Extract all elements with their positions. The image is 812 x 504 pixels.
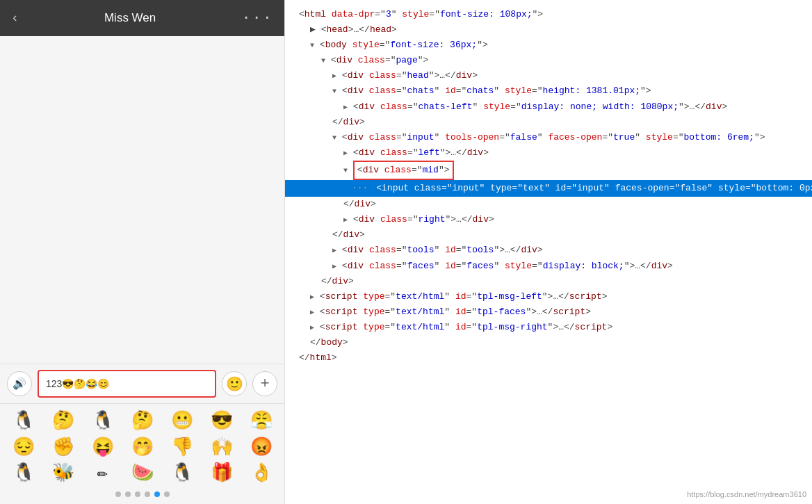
emoji-panel: 🐧 🤔 🐧 🤔 😬 😎 😤 😔 ✊ 😝 🤭 👎 🙌 😡 🐧 🐝 ✏️ 🍉 🐧 🎁… <box>0 403 284 504</box>
code-line: </html> <box>299 350 798 366</box>
list-item[interactable]: 🙌 <box>204 437 239 459</box>
code-line: </body> <box>299 335 798 350</box>
code-line: ▼ <div class="input" tools-open="false" … <box>299 130 798 145</box>
list-item[interactable]: 👎 <box>164 437 200 459</box>
code-line: </div> <box>299 115 798 130</box>
list-item[interactable]: 🍉 <box>124 463 160 485</box>
list-item[interactable]: 🎁 <box>204 463 239 485</box>
input-value: 123😎🤔😂😊 <box>46 378 109 389</box>
list-item[interactable]: 🤔 <box>45 411 81 432</box>
list-item[interactable]: 🐧 <box>6 463 41 485</box>
list-item[interactable]: 🐧 <box>85 411 120 432</box>
left-panel: ‹ Miss Wen ··· 🔊 123😎🤔😂😊 🙂 + 🐧 🤔 🐧 🤔 😬 😎 <box>0 0 285 504</box>
list-item[interactable]: 😔 <box>6 437 41 459</box>
code-line: ▶ <div class="faces" id="faces" style="d… <box>299 259 798 274</box>
list-item[interactable]: 👌 <box>243 463 279 485</box>
code-line: ▶ <div class="left">…</div> <box>299 145 798 161</box>
chat-input-area: 🔊 123😎🤔😂😊 🙂 + <box>0 364 284 403</box>
code-line: ▶ <script type="text/html" id="tpl-msg-l… <box>299 289 798 304</box>
code-line: ▶ <div class="right">…</div> <box>299 212 798 227</box>
emoji-button[interactable]: 🙂 <box>222 371 247 396</box>
code-line: </div> <box>299 227 798 243</box>
back-button[interactable]: ‹ <box>11 11 19 25</box>
list-item[interactable]: 🐝 <box>45 463 81 485</box>
emoji-page-dots <box>6 491 279 497</box>
list-item[interactable]: 😝 <box>85 437 120 459</box>
highlighted-code-line[interactable]: ··· <input class="input" type="text" id=… <box>285 180 812 197</box>
list-item[interactable]: ✏️ <box>85 463 120 485</box>
code-line: ▼ <body style="font-size: 36px;"> <box>299 38 798 53</box>
page-dot-2[interactable] <box>125 491 131 497</box>
page-dot-6[interactable] <box>164 491 170 497</box>
list-item[interactable]: 🐧 <box>6 411 41 432</box>
chat-title: Miss Wen <box>104 11 156 25</box>
code-line: <html data-dpr="3" style="font-size: 108… <box>299 7 798 22</box>
voice-button[interactable]: 🔊 <box>7 371 32 396</box>
code-line: ▼ <div class="chats" id="chats" style="h… <box>299 83 798 99</box>
more-button[interactable]: ··· <box>241 10 273 27</box>
list-item[interactable]: 😡 <box>243 437 279 459</box>
code-line: ▼ <div class="mid"> <box>299 161 798 180</box>
chat-header: ‹ Miss Wen ··· <box>0 0 284 36</box>
page-dot-4[interactable] <box>145 491 150 497</box>
list-item[interactable]: 🐧 <box>164 463 200 485</box>
page-dot-5[interactable] <box>154 491 160 497</box>
watermark: https://blog.csdn.net/mydream3610 <box>687 490 806 498</box>
code-line: </div> <box>299 274 798 289</box>
code-line: ▶ <script type="text/html" id="tpl-msg-r… <box>299 320 798 335</box>
code-line: </div> <box>299 197 798 212</box>
code-line: ▶ <div class="chats-left" style="display… <box>299 99 798 115</box>
code-line: ▶ <div class="head">…</div> <box>299 68 798 83</box>
list-item[interactable]: 😬 <box>164 411 200 432</box>
page-dot-1[interactable] <box>115 491 121 497</box>
voice-icon: 🔊 <box>13 377 26 391</box>
list-item[interactable]: 🤭 <box>124 437 160 459</box>
code-line: ▶ <head>…</head> <box>299 22 798 38</box>
code-line: ▼ <div class="page"> <box>299 53 798 68</box>
list-item[interactable]: 🤔 <box>124 411 160 432</box>
list-item[interactable]: ✊ <box>45 437 81 459</box>
selected-element-box: <div class="mid"> <box>353 161 454 180</box>
message-input[interactable]: 123😎🤔😂😊 <box>38 370 216 398</box>
code-line: ▶ <div class="tools" id="tools">…</div> <box>299 243 798 258</box>
code-line: ▶ <script type="text/html" id="tpl-faces… <box>299 304 798 320</box>
emoji-icon: 🙂 <box>226 375 243 393</box>
add-button[interactable]: + <box>252 371 277 396</box>
add-icon: + <box>260 375 269 393</box>
page-dot-3[interactable] <box>135 491 140 497</box>
list-item[interactable]: 😤 <box>243 411 279 432</box>
emoji-grid: 🐧 🤔 🐧 🤔 😬 😎 😤 😔 ✊ 😝 🤭 👎 🙌 😡 🐧 🐝 ✏️ 🍉 🐧 🎁… <box>6 411 279 485</box>
chat-body <box>0 36 284 364</box>
right-panel: <html data-dpr="3" style="font-size: 108… <box>285 0 812 504</box>
list-item[interactable]: 😎 <box>204 411 239 432</box>
